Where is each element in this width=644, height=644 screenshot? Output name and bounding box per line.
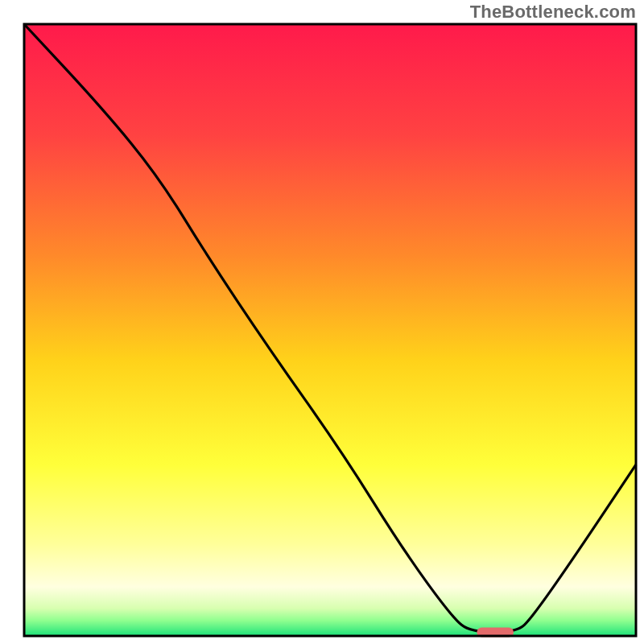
bottleneck-chart [0, 0, 644, 644]
watermark-text: TheBottleneck.com [470, 2, 636, 23]
plot-background [24, 24, 636, 636]
chart-container: TheBottleneck.com [0, 0, 644, 644]
